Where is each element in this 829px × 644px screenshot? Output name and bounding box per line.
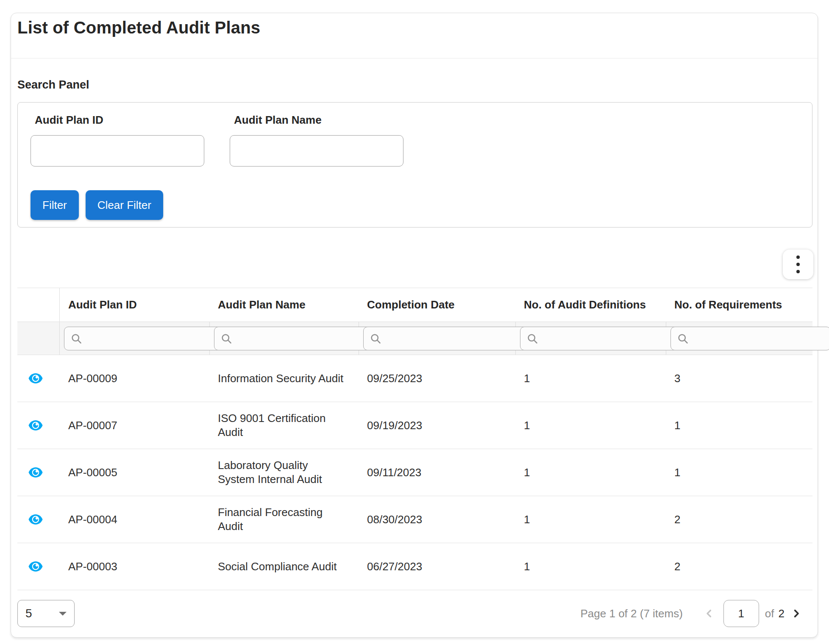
audit-plan-name-input[interactable] xyxy=(230,135,403,167)
title-divider xyxy=(11,58,818,58)
pager-total-pages: 2 xyxy=(779,607,784,620)
filter-input-audit-plan-id[interactable] xyxy=(86,333,218,344)
cell-audit-plan-id: AP-00009 xyxy=(60,355,209,402)
cell-audit-plan-id: AP-00005 xyxy=(60,449,209,496)
search-icon xyxy=(526,333,538,344)
eye-icon xyxy=(28,560,44,573)
header-cell-actions xyxy=(17,288,60,322)
view-button[interactable] xyxy=(28,466,44,479)
header-cell-completion-date: Completion Date xyxy=(359,288,515,322)
audit-plans-table: Audit Plan ID Audit Plan Name Completion… xyxy=(17,288,812,590)
filter-cell-requirements xyxy=(666,322,829,355)
cell-requirements: 3 xyxy=(666,355,812,402)
table-row: AP-00007 ISO 9001 Certification Audit 09… xyxy=(17,402,812,449)
pager-controls: Page 1 of 2 (7 items) of 2 xyxy=(581,600,804,627)
cell-completion-date: 09/25/2023 xyxy=(359,355,515,402)
audit-plan-name-field: Audit Plan Name xyxy=(230,114,403,167)
cell-audit-plan-name: Laboratory Quality System Internal Audit xyxy=(209,449,359,496)
search-icon xyxy=(370,333,381,344)
cell-completion-date: 08/30/2023 xyxy=(359,496,515,543)
table-header-row: Audit Plan ID Audit Plan Name Completion… xyxy=(17,288,812,322)
table-row: AP-00009 Information Security Audit 09/2… xyxy=(17,355,812,402)
table-body: AP-00009 Information Security Audit 09/2… xyxy=(17,355,812,590)
filter-cell-completion-date xyxy=(359,322,515,355)
cell-audit-plan-name: Social Compliance Audit xyxy=(209,543,359,590)
eye-icon xyxy=(28,466,44,479)
cell-actions xyxy=(17,543,60,590)
cell-completion-date: 09/11/2023 xyxy=(359,449,515,496)
filter-cell-audit-plan-id xyxy=(60,322,209,355)
filter-cell-actions xyxy=(17,322,60,355)
search-buttons-row: Filter Clear Filter xyxy=(31,190,799,220)
filter-input-audit-definitions[interactable] xyxy=(542,333,674,344)
cell-requirements: 2 xyxy=(666,496,812,543)
cell-audit-definitions: 1 xyxy=(515,402,666,449)
cell-audit-plan-id: AP-00004 xyxy=(60,496,209,543)
search-fields-row: Audit Plan ID Audit Plan Name xyxy=(31,114,799,167)
cell-audit-definitions: 1 xyxy=(515,496,666,543)
pager: 5 Page 1 of 2 (7 items) of 2 xyxy=(17,590,812,637)
search-panel-heading: Search Panel xyxy=(17,78,89,92)
cell-actions xyxy=(17,496,60,543)
audit-plan-name-label: Audit Plan Name xyxy=(234,114,403,127)
header-cell-audit-plan-id: Audit Plan ID xyxy=(60,288,209,322)
audit-plan-id-input[interactable] xyxy=(31,135,204,167)
cell-actions xyxy=(17,402,60,449)
cell-requirements: 2 xyxy=(666,543,812,590)
audit-plan-id-field: Audit Plan ID xyxy=(31,114,204,167)
grid-menu-button[interactable] xyxy=(783,250,813,279)
kebab-vertical-icon xyxy=(796,255,800,273)
pager-of-label: of xyxy=(765,607,774,620)
audit-plan-id-label: Audit Plan ID xyxy=(35,114,204,127)
header-cell-audit-plan-name: Audit Plan Name xyxy=(209,288,359,322)
cell-completion-date: 09/19/2023 xyxy=(359,402,515,449)
page-size-select[interactable]: 5 xyxy=(17,600,75,627)
cell-audit-plan-name: ISO 9001 Certification Audit xyxy=(209,402,359,449)
cell-requirements: 1 xyxy=(666,449,812,496)
cell-actions xyxy=(17,355,60,402)
cell-audit-definitions: 1 xyxy=(515,355,666,402)
filter-button[interactable]: Filter xyxy=(31,190,79,220)
cell-audit-plan-id: AP-00007 xyxy=(60,402,209,449)
cell-audit-definitions: 1 xyxy=(515,543,666,590)
eye-icon xyxy=(28,513,44,526)
next-page-button[interactable] xyxy=(790,607,803,620)
page-size-value: 5 xyxy=(25,607,32,620)
page-number-input[interactable] xyxy=(723,600,759,627)
filter-input-requirements[interactable] xyxy=(693,333,824,344)
audit-plans-card: List of Completed Audit Plans Search Pan… xyxy=(11,13,818,638)
header-cell-requirements: No. of Requirements xyxy=(666,288,812,322)
triangle-down-icon xyxy=(59,612,67,616)
search-icon xyxy=(70,333,82,344)
chevron-left-icon xyxy=(702,607,716,620)
cell-audit-definitions: 1 xyxy=(515,449,666,496)
filter-input-audit-plan-name[interactable] xyxy=(236,333,368,344)
table-row: AP-00003 Social Compliance Audit 06/27/2… xyxy=(17,543,812,590)
cell-requirements: 1 xyxy=(666,402,812,449)
filter-cell-audit-plan-name xyxy=(209,322,359,355)
chevron-right-icon xyxy=(790,607,803,620)
eye-icon xyxy=(28,372,44,385)
header-cell-audit-definitions: No. of Audit Definitions xyxy=(515,288,666,322)
filter-cell-audit-definitions xyxy=(515,322,666,355)
page-title: List of Completed Audit Plans xyxy=(17,18,260,37)
table-row: AP-00005 Laboratory Quality System Inter… xyxy=(17,449,812,496)
search-icon xyxy=(220,333,232,344)
search-icon xyxy=(677,333,689,344)
view-button[interactable] xyxy=(28,372,44,385)
view-button[interactable] xyxy=(28,560,44,573)
prev-page-button[interactable] xyxy=(702,607,716,620)
table-row: AP-00004 Financial Forecasting Audit 08/… xyxy=(17,496,812,543)
table-filter-row xyxy=(17,322,812,355)
cell-audit-plan-name: Financial Forecasting Audit xyxy=(209,496,359,543)
view-button[interactable] xyxy=(28,513,44,526)
cell-audit-plan-id: AP-00003 xyxy=(60,543,209,590)
pager-info: Page 1 of 2 (7 items) xyxy=(581,607,683,620)
view-button[interactable] xyxy=(28,419,44,432)
clear-filter-button[interactable]: Clear Filter xyxy=(86,190,163,220)
cell-audit-plan-name: Information Security Audit xyxy=(209,355,359,402)
eye-icon xyxy=(28,419,44,432)
cell-completion-date: 06/27/2023 xyxy=(359,543,515,590)
filter-input-completion-date[interactable] xyxy=(386,333,517,344)
search-panel: Audit Plan ID Audit Plan Name Filter Cle… xyxy=(17,102,812,228)
